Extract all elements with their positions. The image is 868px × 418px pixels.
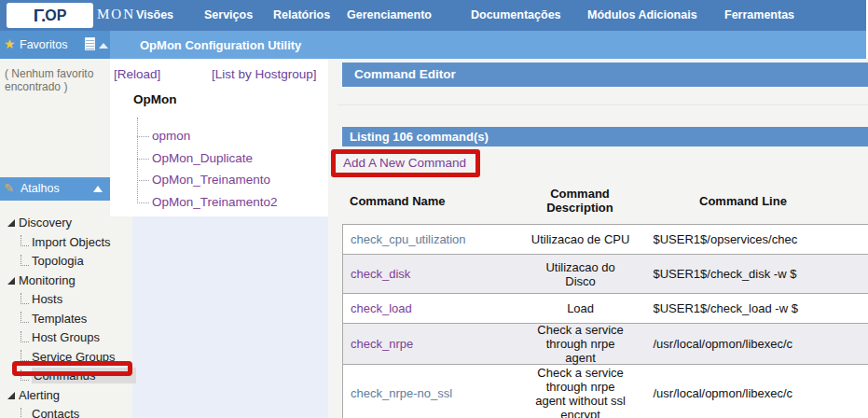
command-line: $USER1$/opservices/chec bbox=[646, 232, 868, 246]
command-description: Utilizacao do Disco bbox=[516, 260, 646, 288]
menu-item-relatorios[interactable]: Relatórios bbox=[273, 8, 330, 21]
table-row: check_nrpe-no_ssl Check a service throug… bbox=[343, 364, 868, 418]
tree-connector bbox=[21, 293, 29, 304]
command-editor-panel: Command Editor Listing 106 command(s) Ad… bbox=[328, 59, 868, 418]
favorites-label: Favoritos bbox=[20, 38, 67, 51]
table-row: check_disk Utilizacao do Disco $USER1$/c… bbox=[343, 254, 868, 293]
sidebar-item-service-groups[interactable]: Service Groups bbox=[0, 348, 132, 368]
command-line: /usr/local/opmon/libexec/c bbox=[646, 337, 868, 351]
sidebar-item-templates[interactable]: Templates bbox=[0, 310, 132, 329]
menu-item-documentacoes[interactable]: Documentações bbox=[471, 8, 561, 21]
tree-item-label-selected: Commands bbox=[32, 368, 136, 383]
tree-item-label: Host Groups bbox=[32, 330, 100, 344]
opmon-logo-suffix: MON bbox=[97, 7, 135, 22]
opmon-logo-text: OP bbox=[45, 7, 66, 24]
tree-item-label: Templates bbox=[32, 312, 87, 326]
command-description: Load bbox=[516, 301, 646, 315]
host-item-opmon-duplicate[interactable]: OpMon_Duplicate bbox=[137, 147, 278, 170]
menu-item-visoes[interactable]: Visões bbox=[136, 8, 173, 21]
opmon-logo[interactable]: Γ. OP bbox=[7, 3, 93, 28]
sidebar-item-topologia[interactable]: Topologia bbox=[0, 252, 132, 272]
expanded-triangle-icon[interactable] bbox=[7, 392, 15, 399]
menu-item-modulos-adicionais[interactable]: Módulos Adicionais bbox=[587, 8, 697, 21]
collapse-up-icon[interactable] bbox=[99, 43, 108, 49]
table-row: check_nrpe Check a service through nrpe … bbox=[343, 323, 868, 364]
opmon-configuration-screen: Γ. OP MON Visões Serviços Relatórios Ger… bbox=[0, 0, 868, 418]
commands-table: Command Name Command Description Command… bbox=[342, 177, 868, 418]
reload-link[interactable]: [Reload] bbox=[114, 67, 160, 81]
tree-group-monitoring[interactable]: Monitoring bbox=[0, 272, 132, 291]
content-area: ( Nenhum favorito encontrado ) ✎ Atalhos… bbox=[0, 59, 868, 418]
menu-item-servicos[interactable]: Serviços bbox=[204, 8, 253, 21]
add-new-command-link[interactable]: Add A New Command bbox=[336, 154, 475, 173]
tree-item-label: Import Objects bbox=[32, 235, 111, 249]
tree-group-alerting[interactable]: Alerting bbox=[0, 386, 132, 406]
command-link[interactable]: check_disk bbox=[351, 267, 410, 281]
tree-group-label: Alerting bbox=[19, 388, 60, 402]
tree-connector bbox=[21, 255, 29, 266]
host-panel: [Reload] [List by Hostgroup] OpMon opmon… bbox=[110, 59, 336, 216]
sidebar-item-contacts[interactable]: Contacts bbox=[0, 405, 132, 418]
no-favorites-message: ( Nenhum favorito encontrado ) bbox=[5, 67, 113, 93]
tree-item-label: Topologia bbox=[32, 254, 84, 268]
command-link[interactable]: check_load bbox=[351, 301, 412, 315]
opmon-logo-glyph: Γ. bbox=[34, 6, 46, 26]
command-line: /usr/local/opmon/libexec/c bbox=[646, 386, 868, 400]
host-tree-root[interactable]: OpMon bbox=[133, 92, 177, 106]
host-item-opmon-treinamento[interactable]: OpMon_Treinamento bbox=[137, 169, 278, 191]
sidebar-item-import-objects[interactable]: Import Objects bbox=[0, 233, 132, 253]
command-description: Check a service through nrpe agent bbox=[516, 323, 646, 365]
command-link[interactable]: check_nrpe bbox=[351, 337, 413, 351]
command-link[interactable]: check_cpu_utilization bbox=[351, 232, 466, 246]
menu-item-ferramentas[interactable]: Ferramentas bbox=[724, 8, 794, 21]
tree-connector bbox=[21, 235, 29, 246]
command-description: Utilizacao de CPU bbox=[516, 232, 646, 246]
list-by-hostgroup-link[interactable]: [List by Hostgroup] bbox=[212, 67, 317, 81]
title-bar: ★ Favoritos OpMon Configuration Utility bbox=[0, 31, 866, 59]
pencil-icon: ✎ bbox=[4, 181, 14, 195]
sidebar-item-host-groups[interactable]: Host Groups bbox=[0, 328, 132, 348]
shortcuts-header[interactable]: ✎ Atalhos bbox=[0, 177, 110, 201]
favorites-segment[interactable]: ★ Favoritos bbox=[0, 31, 110, 59]
expanded-triangle-icon[interactable] bbox=[7, 219, 15, 227]
table-body: check_cpu_utilization Utilizacao de CPU … bbox=[342, 224, 868, 418]
top-navigation-bar: Γ. OP MON Visões Serviços Relatórios Ger… bbox=[0, 0, 866, 31]
table-header-row: Command Name Command Description Command… bbox=[342, 177, 868, 224]
tree-connector bbox=[21, 408, 29, 418]
command-line: $USER1$/check_load -w $ bbox=[646, 301, 868, 315]
host-item-opmon[interactable]: opmon bbox=[137, 125, 278, 147]
tree-item-label: Hosts bbox=[32, 292, 62, 306]
command-description: Check a service through nrpe agent witho… bbox=[516, 366, 646, 418]
tree-group-label: Discovery bbox=[19, 216, 72, 230]
command-editor-header: Command Editor bbox=[342, 63, 868, 87]
shortcuts-label: Atalhos bbox=[21, 182, 60, 195]
tree-item-label: Contacts bbox=[32, 407, 79, 418]
command-link[interactable]: check_nrpe-no_ssl bbox=[351, 386, 452, 400]
column-header-command-name: Command Name bbox=[342, 194, 515, 208]
annotation-red-box-add-command: Add A New Command bbox=[331, 149, 480, 177]
table-row: check_load Load $USER1$/check_load -w $ bbox=[343, 293, 868, 323]
expanded-triangle-icon[interactable] bbox=[7, 277, 15, 285]
tree-connector bbox=[21, 331, 29, 342]
tree-connector bbox=[21, 312, 29, 323]
column-header-command-description: Command Description bbox=[515, 187, 645, 215]
table-row: check_cpu_utilization Utilizacao de CPU … bbox=[343, 224, 868, 254]
tree-connector bbox=[21, 350, 29, 361]
collapse-up-icon[interactable] bbox=[93, 186, 103, 192]
sidebar-item-commands[interactable]: Commands bbox=[0, 367, 132, 386]
menu-item-gerenciamento[interactable]: Gerenciamento bbox=[347, 8, 432, 21]
command-line: $USER1$/check_disk -w $ bbox=[646, 267, 868, 281]
sidebar-item-hosts[interactable]: Hosts bbox=[0, 290, 132, 310]
host-tree: opmon OpMon_Duplicate OpMon_Treinamento … bbox=[137, 125, 278, 213]
page-title: OpMon Configuration Utility bbox=[140, 38, 301, 52]
tree-group-label: Monitoring bbox=[19, 273, 76, 287]
tree-item-label: Service Groups bbox=[32, 350, 116, 364]
tree-connector bbox=[21, 369, 29, 381]
shortcuts-tree: Discovery Import Objects Topologia Monit… bbox=[0, 214, 132, 418]
column-header-command-line: Command Line bbox=[645, 194, 868, 208]
list-icon[interactable] bbox=[85, 37, 95, 50]
host-item-opmon-treinamento2[interactable]: OpMon_Treinamento2 bbox=[137, 191, 278, 214]
star-icon: ★ bbox=[4, 36, 16, 51]
listing-header: Listing 106 command(s) bbox=[342, 127, 868, 146]
tree-group-discovery[interactable]: Discovery bbox=[0, 214, 132, 233]
